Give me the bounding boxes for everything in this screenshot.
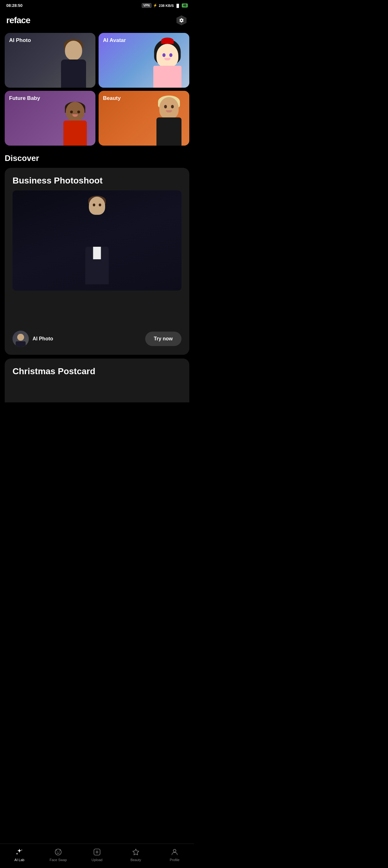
discover-card-business[interactable]: Business Photoshoot (5, 168, 189, 355)
status-time: 08:28:50 (6, 3, 23, 8)
ai-avatar-illustration (147, 38, 188, 88)
battery-badge: 46 (182, 3, 188, 7)
future-baby-label: Future Baby (9, 95, 40, 101)
discover-card-visual-business (12, 190, 182, 290)
discover-section: Discover Business Photoshoot (0, 152, 194, 407)
avatar-head (157, 44, 179, 67)
ai-avatar-label: AI Avatar (103, 37, 126, 43)
ai-photo-illustration (55, 41, 92, 88)
discover-card-title-business: Business Photoshoot (12, 176, 182, 186)
body (61, 60, 86, 88)
status-bar: 08:28:50 VPN ⚡ 238 KB/S ▐▌ 46 (0, 0, 194, 9)
settings-hex-icon (176, 16, 187, 25)
baby-illustration (58, 100, 92, 146)
discover-card-christmas[interactable]: Christmas Postcard (5, 359, 189, 402)
bluetooth-icon: ⚡ (153, 3, 157, 7)
avatar-body (153, 66, 182, 88)
settings-button[interactable] (175, 14, 188, 27)
biz-shirt (93, 247, 101, 259)
ai-photo-label: AI Photo (9, 37, 31, 43)
feature-grid: AI Photo AI Avatar Future Baby (0, 33, 194, 152)
beauty-illustration (150, 97, 188, 146)
beauty-body (157, 117, 182, 146)
biz-head (89, 197, 105, 215)
discover-card-footer-business: AI Photo Try now (5, 324, 189, 355)
baby-body (64, 121, 87, 146)
gear-icon (179, 18, 184, 23)
business-person (66, 197, 128, 284)
feature-card-beauty[interactable]: Beauty (99, 91, 189, 146)
nav-spacer (0, 407, 194, 435)
vpn-badge: VPN (142, 3, 152, 8)
feature-card-ai-avatar[interactable]: AI Avatar (99, 33, 189, 88)
footer-label-business: AI Photo (33, 336, 53, 342)
footer-info: AI Photo (12, 331, 53, 347)
discover-card-title-christmas: Christmas Postcard (12, 366, 182, 376)
network-speed: 238 KB/S (159, 4, 174, 7)
business-scene (12, 190, 182, 290)
status-right: VPN ⚡ 238 KB/S ▐▌ 46 (142, 3, 188, 8)
avatar-inner (12, 331, 29, 347)
feature-card-future-baby[interactable]: Future Baby (5, 91, 95, 146)
try-now-button-business[interactable]: Try now (145, 332, 182, 346)
app-header: reface (0, 9, 194, 33)
discover-title: Discover (5, 153, 189, 163)
avatar-hat (161, 38, 174, 44)
footer-avatar (12, 331, 29, 347)
beauty-head (159, 97, 179, 119)
app-logo: reface (6, 16, 30, 25)
beauty-label: Beauty (103, 95, 121, 101)
baby-head (66, 102, 85, 122)
discover-card-content: Business Photoshoot (5, 168, 189, 324)
head (65, 41, 82, 60)
feature-card-ai-photo[interactable]: AI Photo (5, 33, 95, 88)
signal-icon: ▐▌ (175, 4, 180, 7)
